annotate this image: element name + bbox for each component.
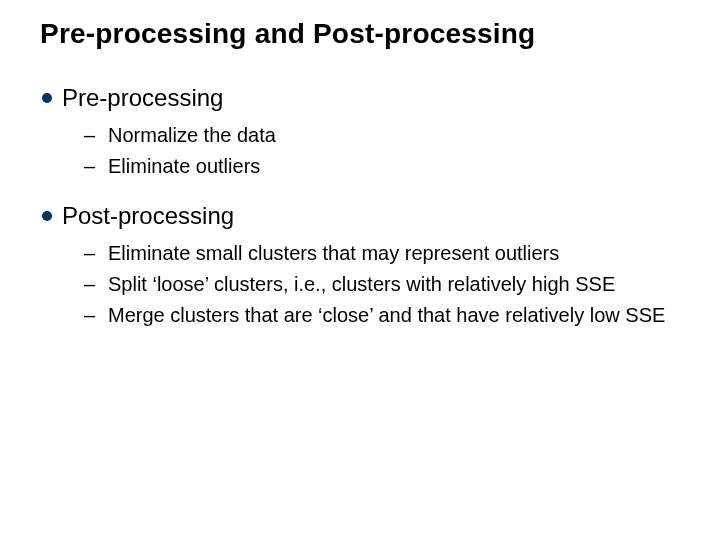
bullet-icon xyxy=(42,211,52,221)
section-heading: Pre-processing xyxy=(62,84,223,112)
bullet-row: Pre-processing xyxy=(40,84,680,112)
list-item-text: Eliminate small clusters that may repres… xyxy=(108,240,559,267)
dash-icon: – xyxy=(84,302,102,329)
slide: Pre-processing and Post-processing Pre-p… xyxy=(0,0,720,540)
list-item: – Normalize the data xyxy=(40,122,680,149)
list-item-text: Merge clusters that are ‘close’ and that… xyxy=(108,302,665,329)
dash-icon: – xyxy=(84,122,102,149)
list-item-text: Normalize the data xyxy=(108,122,276,149)
list-item: – Merge clusters that are ‘close’ and th… xyxy=(40,302,680,329)
list-item-text: Eliminate outliers xyxy=(108,153,260,180)
bullet-row: Post-processing xyxy=(40,202,680,230)
dash-icon: – xyxy=(84,153,102,180)
list-item-text: Split ‘loose’ clusters, i.e., clusters w… xyxy=(108,271,615,298)
dash-icon: – xyxy=(84,271,102,298)
dash-icon: – xyxy=(84,240,102,267)
list-item: – Eliminate outliers xyxy=(40,153,680,180)
list-item: – Split ‘loose’ clusters, i.e., clusters… xyxy=(40,271,680,298)
section-pre-processing: Pre-processing – Normalize the data – El… xyxy=(40,84,680,180)
section-post-processing: Post-processing – Eliminate small cluste… xyxy=(40,202,680,329)
section-heading: Post-processing xyxy=(62,202,234,230)
sublist: – Normalize the data – Eliminate outlier… xyxy=(40,122,680,180)
bullet-icon xyxy=(42,93,52,103)
list-item: – Eliminate small clusters that may repr… xyxy=(40,240,680,267)
slide-title: Pre-processing and Post-processing xyxy=(40,18,680,50)
sublist: – Eliminate small clusters that may repr… xyxy=(40,240,680,329)
